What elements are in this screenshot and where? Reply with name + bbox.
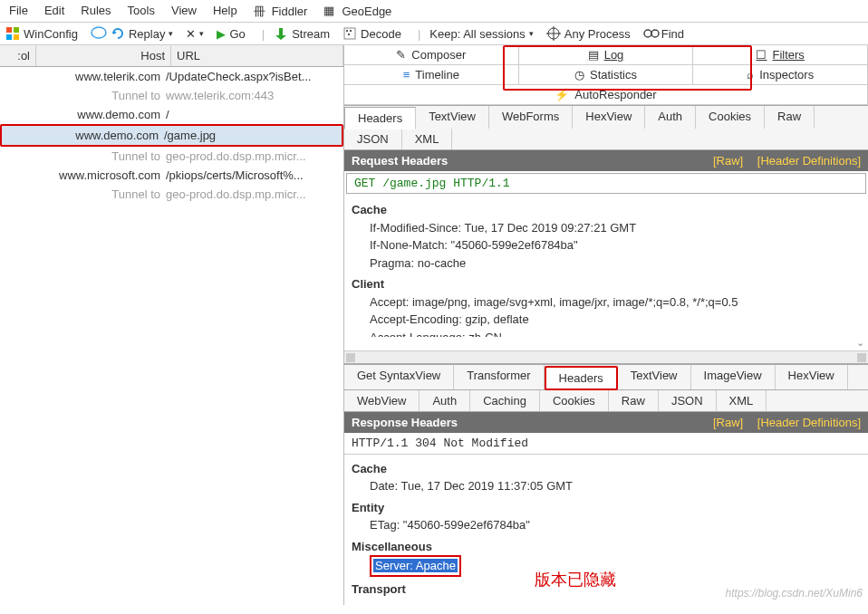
menu-help[interactable]: Help	[213, 4, 237, 18]
header-kv[interactable]: If-Modified-Since: Tue, 17 Dec 2019 09:2…	[370, 219, 861, 237]
comment-icon[interactable]	[91, 26, 105, 41]
annotation-text: 版本已隐藏	[535, 568, 616, 592]
header-kv[interactable]: ETag: "45060-599e2ef6784ba"	[370, 516, 861, 534]
response-raw-link[interactable]: [Raw]	[713, 416, 743, 429]
winconfig-button[interactable]: WinConfig	[5, 26, 78, 41]
header-kv[interactable]: Date: Tue, 17 Dec 2019 11:37:05 GMT	[370, 477, 861, 495]
remove-button[interactable]: ✕▾	[186, 27, 204, 41]
tab-timeline[interactable]: ≡Timeline	[344, 65, 519, 85]
resptab-xml[interactable]: XML	[717, 390, 767, 411]
group-client: Client	[352, 275, 861, 293]
group-cache: Cache	[352, 201, 861, 219]
sessions-panel: :ol Host URL www.telerik.com/UpdateCheck…	[0, 45, 344, 605]
svg-point-4	[92, 27, 106, 38]
sessions-header: :ol Host URL	[0, 45, 343, 67]
reqtab-xml[interactable]: XML	[402, 129, 453, 149]
request-tabs: Headers TextView WebForms HexView Auth C…	[344, 106, 868, 150]
menu-file[interactable]: File	[9, 4, 28, 18]
menu-tools[interactable]: Tools	[128, 4, 155, 18]
vscroll-indicator[interactable]: ⌄	[344, 337, 868, 350]
resptab-json[interactable]: JSON	[659, 390, 717, 411]
session-row[interactable]: Tunnel togeo-prod.do.dsp.mp.micr...	[0, 185, 343, 204]
fiddler-icon: 冊	[254, 4, 268, 18]
header-kv[interactable]: Pragma: no-cache	[370, 254, 861, 273]
tab-composer[interactable]: ✎Composer	[344, 45, 519, 65]
session-row[interactable]: Tunnel towww.telerik.com:443	[0, 86, 343, 105]
header-kv[interactable]: Accept-Language: zh-CN	[370, 329, 861, 337]
keep-dropdown[interactable]: Keep: All sessions▾	[429, 27, 534, 41]
request-headers-title: Request Headers	[352, 154, 448, 168]
decode-button[interactable]: Decode	[342, 26, 401, 41]
resptab-transformer[interactable]: Transformer	[454, 365, 544, 389]
resptab-caching[interactable]: Caching	[470, 390, 540, 411]
reqtab-raw[interactable]: Raw	[765, 106, 815, 129]
stream-button[interactable]: Stream	[274, 26, 330, 41]
windows-icon	[5, 26, 20, 41]
reqtab-textview[interactable]: TextView	[416, 106, 489, 129]
go-button[interactable]: ▶ Go	[217, 27, 245, 41]
menu-bar: File Edit Rules Tools View Help 冊 Fiddle…	[0, 0, 868, 23]
resptab-hexview[interactable]: HexView	[776, 365, 848, 389]
session-row[interactable]: www.telerik.com/UpdateCheck.aspx?isBet..…	[0, 67, 343, 86]
right-panel: ✎Composer ▤Log ☐Filters ≡Timeline ◷Stati…	[344, 45, 868, 605]
reqtab-webforms[interactable]: WebForms	[489, 106, 573, 129]
session-row[interactable]: Tunnel togeo-prod.do.dsp.mp.micr...	[0, 147, 343, 166]
svg-rect-3	[14, 34, 19, 40]
response-headers-block[interactable]: Cache Date: Tue, 17 Dec 2019 11:37:05 GM…	[344, 455, 868, 606]
header-kv[interactable]: Accept-Encoding: gzip, deflate	[370, 311, 861, 329]
tab-filters[interactable]: ☐Filters	[693, 45, 868, 65]
reqtab-json[interactable]: JSON	[344, 129, 402, 149]
reqtab-headers[interactable]: Headers	[344, 107, 416, 130]
any-process-button[interactable]: Any Process	[546, 26, 631, 41]
col-url[interactable]: URL	[171, 45, 343, 66]
svg-rect-1	[14, 27, 19, 33]
tab-statistics[interactable]: ◷Statistics	[519, 65, 694, 85]
right-top-tabs: ✎Composer ▤Log ☐Filters ≡Timeline ◷Stati…	[344, 45, 868, 106]
resptab-auth[interactable]: Auth	[420, 390, 470, 411]
binoculars-icon	[643, 26, 658, 41]
response-status-line: HTTP/1.1 304 Not Modified	[344, 433, 868, 455]
reqtab-hexview[interactable]: HexView	[573, 106, 645, 129]
tab-inspectors[interactable]: ⌕Inspectors	[693, 65, 868, 85]
col-protocol[interactable]: :ol	[0, 45, 36, 66]
resptab-raw[interactable]: Raw	[609, 390, 659, 411]
menu-edit[interactable]: Edit	[44, 4, 64, 18]
svg-rect-6	[346, 30, 348, 32]
resptab-textview[interactable]: TextView	[618, 365, 691, 389]
request-line: GET /game.jpg HTTP/1.1	[346, 173, 866, 194]
menu-view[interactable]: View	[171, 4, 197, 18]
horizontal-scrollbar[interactable]	[344, 350, 868, 363]
svg-rect-7	[350, 30, 352, 32]
timeline-icon: ≡	[403, 68, 410, 82]
session-row[interactable]: www.microsoft.com/pkiops/certs/Microsoft…	[0, 166, 343, 185]
request-raw-link[interactable]: [Raw]	[713, 154, 743, 168]
session-row[interactable]: www.demo.com/	[0, 105, 343, 124]
reqtab-cookies[interactable]: Cookies	[696, 106, 765, 129]
find-button[interactable]: Find	[643, 26, 684, 41]
sessions-list[interactable]: www.telerik.com/UpdateCheck.aspx?isBet..…	[0, 67, 343, 204]
response-area: Get SyntaxView Transformer Headers TextV…	[344, 363, 868, 606]
replay-button[interactable]: Replay ▾	[111, 26, 173, 41]
response-tabs-row1: Get SyntaxView Transformer Headers TextV…	[344, 365, 868, 390]
session-row-selected[interactable]: www.demo.com/game.jpg	[0, 124, 343, 147]
header-kv[interactable]: Accept: image/png, image/svg+xml, image/…	[370, 293, 861, 312]
response-tabs-row2: WebView Auth Caching Cookies Raw JSON XM…	[344, 390, 868, 412]
response-header-defs-link[interactable]: [Header Definitions]	[757, 416, 861, 429]
col-host[interactable]: Host	[36, 45, 171, 66]
geoedge-icon: ▦	[323, 4, 338, 18]
menu-geoedge[interactable]: GeoEdge	[342, 5, 391, 18]
resptab-imageview[interactable]: ImageView	[691, 365, 776, 389]
resptab-syntaxview[interactable]: Get SyntaxView	[344, 365, 454, 389]
resptab-headers[interactable]: Headers	[545, 366, 618, 390]
group-cache: Cache	[352, 460, 861, 478]
reqtab-auth[interactable]: Auth	[645, 106, 696, 129]
tab-log[interactable]: ▤Log	[519, 45, 694, 65]
menu-fiddler[interactable]: Fiddler	[272, 5, 308, 18]
resptab-webview[interactable]: WebView	[344, 390, 420, 411]
request-header-defs-link[interactable]: [Header Definitions]	[757, 154, 861, 168]
request-headers-block[interactable]: Cache If-Modified-Since: Tue, 17 Dec 201…	[344, 196, 868, 337]
resptab-cookies[interactable]: Cookies	[540, 390, 609, 411]
menu-rules[interactable]: Rules	[81, 4, 111, 18]
header-kv[interactable]: If-None-Match: "45060-599e2ef6784ba"	[370, 236, 861, 254]
tab-autoresponder[interactable]: ⚡AutoResponder	[344, 85, 868, 105]
